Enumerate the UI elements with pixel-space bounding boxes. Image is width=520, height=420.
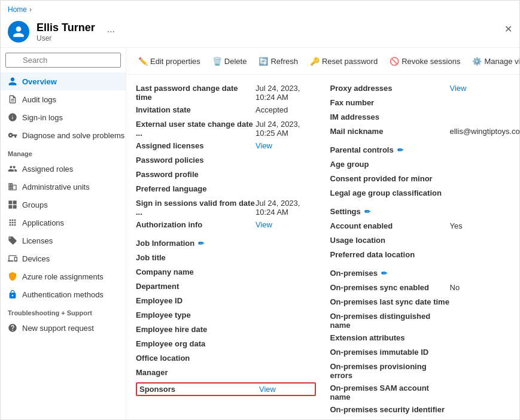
- properties-grid: Last password change date time Jul 24, 2…: [136, 82, 510, 419]
- prop-extension-attributes: Extension attributes: [330, 331, 510, 346]
- sidebar-item-admin-units[interactable]: Administrative units: [1, 178, 126, 196]
- parental-controls-edit-icon[interactable]: ✏: [397, 146, 403, 154]
- sidebar-item-groups[interactable]: Groups: [1, 196, 126, 214]
- sidebar-item-assigned-roles[interactable]: Assigned roles: [1, 160, 126, 178]
- sidebar-item-auth-methods[interactable]: Authentication methods: [1, 285, 126, 303]
- right-column: Proxy addresses View Fax number IM addre…: [330, 82, 510, 419]
- revoke-sessions-label: Revoke sessions: [402, 57, 460, 66]
- prop-immutable-id: On-premises immutable ID: [330, 346, 510, 360]
- manage-view-button[interactable]: ⚙️ Manage view: [467, 54, 519, 69]
- sidebar-item-diagnose[interactable]: Diagnose and solve problems: [1, 126, 126, 144]
- prop-fax-number: Fax number: [330, 96, 510, 111]
- prop-sam-account-name: On-premises SAM account name: [330, 382, 510, 403]
- prop-proxy-addresses: Proxy addresses View: [330, 82, 510, 96]
- audit-logs-icon: [8, 95, 17, 104]
- prop-employee-org-data: Employee org data: [136, 337, 316, 352]
- close-button[interactable]: ✕: [504, 23, 512, 35]
- breadcrumb-home[interactable]: Home: [8, 5, 27, 14]
- prop-im-addresses: IM addresses: [330, 111, 510, 125]
- manage-view-icon: ⚙️: [472, 57, 482, 66]
- licenses-icon: [8, 236, 17, 245]
- sidebar-item-signin-logs[interactable]: Sign-in logs: [1, 108, 126, 126]
- sidebar-item-assigned-roles-label: Assigned roles: [22, 165, 73, 174]
- reset-password-label: Reset password: [322, 57, 378, 66]
- delete-icon: 🗑️: [212, 57, 222, 66]
- prop-company-name: Company name: [136, 266, 316, 280]
- prop-provisioning-errors: On-premises provisioning errors: [330, 360, 510, 382]
- devices-icon: [8, 254, 17, 263]
- content-area: ✏️ Edit properties 🗑️ Delete 🔄 Refresh 🔑…: [126, 48, 519, 419]
- prop-password-policies: Password policies: [136, 154, 316, 168]
- settings-edit-icon[interactable]: ✏: [364, 208, 370, 216]
- prop-consent-minor: Consent provided for minor: [330, 172, 510, 187]
- prop-auth-info: Authorization info View: [136, 218, 316, 233]
- sidebar-item-azure-roles[interactable]: Azure role assignments: [1, 267, 126, 285]
- sidebar-search-container: 🔍: [1, 48, 126, 72]
- prop-distinguished-name: On-premises distinguished name: [330, 310, 510, 331]
- sidebar-item-overview[interactable]: Overview: [1, 72, 126, 90]
- prop-employee-id: Employee ID: [136, 294, 316, 309]
- groups-icon: [8, 200, 17, 209]
- settings-section-title: Settings ✏: [330, 207, 510, 216]
- sidebar-item-overview-label: Overview: [22, 77, 57, 86]
- prop-job-title: Job title: [136, 251, 316, 266]
- sidebar-item-auth-methods-label: Authentication methods: [22, 290, 104, 299]
- prop-last-pwd-change: Last password change date time Jul 24, 2…: [136, 82, 316, 104]
- overview-icon: [8, 77, 17, 86]
- user-info: Ellis Turner User: [37, 22, 95, 42]
- prop-department: Department: [136, 280, 316, 294]
- sidebar-item-applications[interactable]: Applications: [1, 214, 126, 232]
- prop-legal-age-group: Legal age group classification: [330, 187, 510, 201]
- azure-roles-icon: [8, 272, 17, 281]
- sidebar-item-applications-label: Applications: [22, 218, 64, 227]
- sidebar: 🔍 Overview Audit logs S: [1, 48, 126, 419]
- revoke-sessions-button[interactable]: 🚫 Revoke sessions: [385, 54, 465, 69]
- support-section-label: Troubleshooting + Support: [1, 303, 126, 319]
- auth-methods-icon: [8, 290, 17, 299]
- prop-employee-hire-date: Employee hire date: [136, 323, 316, 337]
- sidebar-item-licenses[interactable]: Licenses: [1, 232, 126, 249]
- prop-invitation-state: Invitation state Accepted: [136, 104, 316, 118]
- prop-office-location: Office location: [136, 352, 316, 366]
- prop-preferred-data-location: Preferred data location: [330, 248, 510, 263]
- edit-properties-button[interactable]: ✏️ Edit properties: [133, 54, 205, 69]
- prop-account-enabled: Account enabled Yes: [330, 220, 510, 234]
- sidebar-item-licenses-label: Licenses: [22, 236, 53, 245]
- svg-rect-1: [13, 200, 17, 204]
- delete-button[interactable]: 🗑️ Delete: [208, 54, 252, 69]
- page-header: Ellis Turner User ··· ✕: [1, 19, 519, 48]
- on-premises-edit-icon[interactable]: ✏: [381, 269, 387, 278]
- reset-password-button[interactable]: 🔑 Reset password: [305, 54, 382, 69]
- user-role: User: [37, 34, 95, 42]
- refresh-label: Refresh: [270, 57, 298, 66]
- sponsors-highlighted-row: Sponsors View: [136, 382, 316, 396]
- refresh-button[interactable]: 🔄 Refresh: [254, 54, 303, 69]
- sidebar-item-devices[interactable]: Devices: [1, 249, 126, 267]
- prop-preferred-language: Preferred language: [136, 182, 316, 197]
- job-info-edit-icon[interactable]: ✏: [198, 239, 204, 248]
- edit-icon: ✏️: [138, 57, 148, 66]
- sidebar-item-admin-units-label: Administrative units: [22, 182, 90, 191]
- prop-external-user-state: External user state change date ... Jul …: [136, 118, 316, 139]
- prop-security-identifier: On-premises security identifier: [330, 403, 510, 418]
- parental-controls-section-title: Parental controls ✏: [330, 145, 510, 154]
- manage-view-label: Manage view: [484, 57, 519, 66]
- sidebar-item-azure-roles-label: Azure role assignments: [22, 272, 104, 281]
- prop-usage-location: Usage location: [330, 234, 510, 248]
- avatar: [8, 21, 29, 42]
- header-more-button[interactable]: ···: [107, 26, 115, 37]
- job-info-section-title: Job Information ✏: [136, 239, 316, 248]
- search-input[interactable]: [5, 53, 121, 68]
- breadcrumb-separator: ›: [29, 5, 32, 14]
- support-request-icon: [8, 323, 17, 333]
- main-layout: 🔍 Overview Audit logs S: [1, 48, 519, 419]
- sidebar-item-audit-logs[interactable]: Audit logs: [1, 90, 126, 108]
- sidebar-item-support-request[interactable]: New support request: [1, 319, 126, 337]
- prop-manager: Manager: [136, 366, 316, 381]
- signin-logs-icon: [8, 112, 17, 122]
- sidebar-item-audit-label: Audit logs: [22, 95, 56, 104]
- diagnose-icon: [8, 130, 17, 140]
- sidebar-item-diagnose-label: Diagnose and solve problems: [22, 131, 124, 140]
- prop-employee-type: Employee type: [136, 309, 316, 323]
- sidebar-item-groups-label: Groups: [22, 200, 48, 209]
